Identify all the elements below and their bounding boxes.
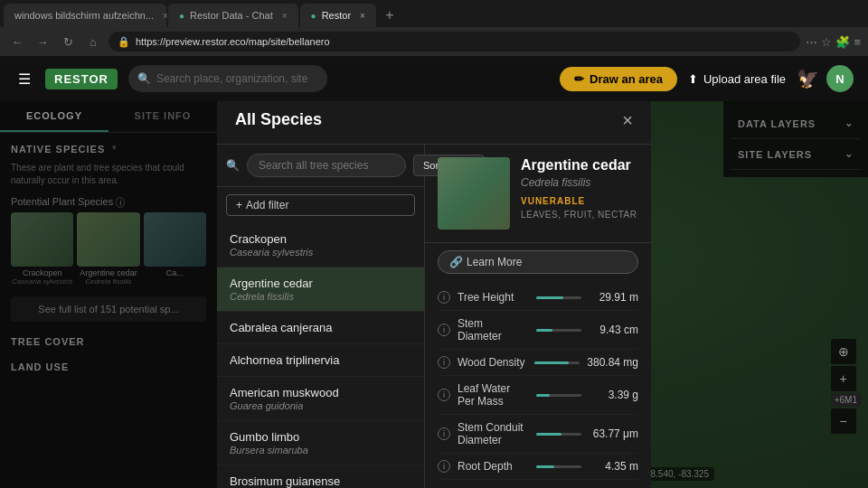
detail-tags: LEAVES, FRUIT, NECTAR	[521, 210, 638, 220]
stat-row-1: i Stem Diameter 9.43 cm	[438, 311, 638, 350]
search-icon: 🔍	[137, 72, 151, 85]
user-avatar[interactable]: N	[826, 65, 854, 92]
all-species-modal: All Species × 🔍 Sort: Z-A ▾	[217, 101, 651, 488]
species-item-2[interactable]: Cabralea canjerana	[217, 312, 424, 344]
back-button[interactable]: ←	[7, 32, 27, 52]
lock-icon: 🔒	[118, 36, 130, 48]
modal-body: 🔍 Sort: Z-A ▾ + Add filter	[217, 145, 651, 488]
stat-value-4: 63.77 μm	[589, 427, 638, 440]
stat-row-3: i Leaf Water Per Mass 3.39 g	[438, 376, 638, 415]
tab-2-close[interactable]: ×	[282, 11, 288, 21]
species-items-list: Crackopen Casearia sylvestris Argentine …	[217, 223, 424, 488]
species-name-2: Cabralea canjerana	[230, 321, 411, 334]
stat-info-icon-5: i	[438, 460, 450, 473]
stat-bar-fill-3	[536, 394, 550, 397]
species-item-0[interactable]: Crackopen Casearia sylvestris	[217, 223, 424, 267]
learn-more-label: Learn More	[467, 256, 522, 268]
nav-bar: ← → ↻ ⌂ 🔒 https://preview.restor.eco/map…	[0, 27, 868, 56]
stat-value-5: 4.35 m	[589, 460, 638, 473]
species-item-6[interactable]: Brosimum guianense	[217, 465, 424, 488]
draw-area-label: Draw an area	[590, 72, 663, 86]
species-item-5[interactable]: Gumbo limbo Bursera simaruba	[217, 421, 424, 465]
species-latin-4: Guarea guidonia	[230, 400, 411, 411]
stat-label-3: Leaf Water Per Mass	[458, 382, 529, 408]
species-name-5: Gumbo limbo	[230, 430, 411, 444]
species-item-1[interactable]: Argentine cedar Cedrela fissilis	[217, 267, 424, 312]
stat-label-4: Stem Conduit Diameter	[458, 421, 529, 446]
forward-button[interactable]: →	[33, 32, 52, 52]
detail-species-name: Argentine cedar	[521, 157, 638, 174]
search-box[interactable]: 🔍 Search place, organization, site	[128, 65, 327, 92]
stat-value-2: 380.84 mg	[587, 356, 638, 369]
draw-area-button[interactable]: ✏ Draw an area	[560, 67, 677, 91]
stat-info-icon-4: i	[438, 427, 450, 440]
species-latin-1: Cedrela fissilis	[230, 291, 411, 302]
stat-value-3: 3.39 g	[589, 389, 638, 401]
link-icon: 🔗	[449, 256, 463, 268]
tab-3[interactable]: ● Restor ×	[300, 4, 376, 27]
tab-3-close[interactable]: ×	[360, 11, 365, 21]
extensions-icon[interactable]: 🧩	[835, 35, 850, 49]
add-filter-label: Add filter	[246, 199, 288, 211]
stat-bar-fill-5	[536, 465, 554, 468]
stat-info-icon-2: i	[438, 356, 450, 369]
search-placeholder: Search place, organization, site	[156, 72, 307, 85]
add-filter-button[interactable]: + Add filter	[226, 194, 415, 216]
learn-more-button[interactable]: 🔗 Learn More	[438, 250, 638, 274]
stat-bar-fill-0	[536, 296, 563, 299]
species-latin-0: Casearia sylvestris	[230, 247, 411, 258]
refresh-button[interactable]: ↻	[58, 32, 78, 52]
stat-bar-fill-1	[536, 329, 552, 332]
species-name-6: Brosimum guianense	[230, 474, 411, 488]
address-bar[interactable]: 🔒 https://preview.restor.eco/map/site/be…	[108, 32, 800, 52]
plus-icon: +	[236, 199, 242, 211]
menu-icon[interactable]: ≡	[854, 35, 861, 49]
tab-2[interactable]: ● Restor Data - Chat ×	[168, 4, 298, 27]
browser-chrome: windows bildschirm aufzeichn... × ● Rest…	[0, 0, 868, 56]
stat-bar-5	[536, 465, 581, 468]
stat-bar-fill-2	[534, 361, 569, 364]
stat-label-2: Wood Density	[458, 356, 527, 369]
stat-bar-3	[536, 394, 581, 397]
map-area: ECOLOGY SITE INFO NATIVE SPECIES ° These…	[0, 101, 868, 488]
species-name-0: Crackopen	[230, 232, 411, 246]
pencil-icon: ✏	[574, 72, 584, 86]
species-search-input[interactable]	[247, 154, 406, 177]
species-item-3[interactable]: Alchornea triplinervia	[217, 344, 424, 377]
home-button[interactable]: ⌂	[83, 32, 103, 52]
stat-info-icon-0: i	[438, 291, 450, 304]
species-item-4[interactable]: American muskwood Guarea guidonia	[217, 377, 424, 421]
new-tab-button[interactable]: +	[378, 4, 401, 27]
species-detail-image	[438, 157, 510, 230]
species-search-area: 🔍 Sort: Z-A ▾	[217, 145, 424, 187]
stat-value-0: 29.91 m	[589, 291, 638, 304]
tab-1[interactable]: windows bildschirm aufzeichn... ×	[4, 4, 166, 27]
search-species-icon: 🔍	[226, 159, 240, 172]
detail-species-latin: Cedrela fissilis	[521, 176, 638, 189]
detail-header-info: Argentine cedar Cedrela fissilis VUNERAB…	[521, 157, 638, 230]
tab-1-label: windows bildschirm aufzeichn...	[14, 10, 154, 21]
bookmark-icon[interactable]: ☆	[821, 35, 832, 49]
modal-overlay: All Species × 🔍 Sort: Z-A ▾	[0, 101, 868, 488]
stat-bar-4	[536, 433, 581, 436]
stat-row-5: i Root Depth 4.35 m	[438, 454, 638, 480]
stat-label-5: Root Depth	[458, 460, 529, 473]
upload-icon: ⬆	[688, 72, 698, 86]
more-options-icon[interactable]: ⋯	[806, 35, 817, 49]
hamburger-menu[interactable]: ☰	[14, 67, 34, 91]
species-name-3: Alchornea triplinervia	[230, 353, 411, 367]
species-detail-panel: Argentine cedar Cedrela fissilis VUNERAB…	[425, 145, 651, 488]
upload-area-button[interactable]: ⬆ Upload area file	[688, 72, 786, 86]
brand-icon: 🦅	[797, 68, 819, 89]
app: ☰ RESTOR 🔍 Search place, organization, s…	[0, 56, 868, 488]
stat-value-1: 9.43 cm	[589, 324, 638, 336]
restor-logo: RESTOR	[45, 69, 118, 89]
stat-row-0: i Tree Height 29.91 m	[438, 285, 638, 311]
stat-bar-0	[536, 296, 581, 299]
stat-bar-fill-4	[536, 433, 561, 436]
stat-bar-1	[536, 329, 581, 332]
app-header: ☰ RESTOR 🔍 Search place, organization, s…	[0, 56, 868, 101]
tab-1-close[interactable]: ×	[163, 11, 168, 21]
modal-close-button[interactable]: ×	[622, 111, 633, 129]
species-name-1: Argentine cedar	[230, 277, 411, 290]
